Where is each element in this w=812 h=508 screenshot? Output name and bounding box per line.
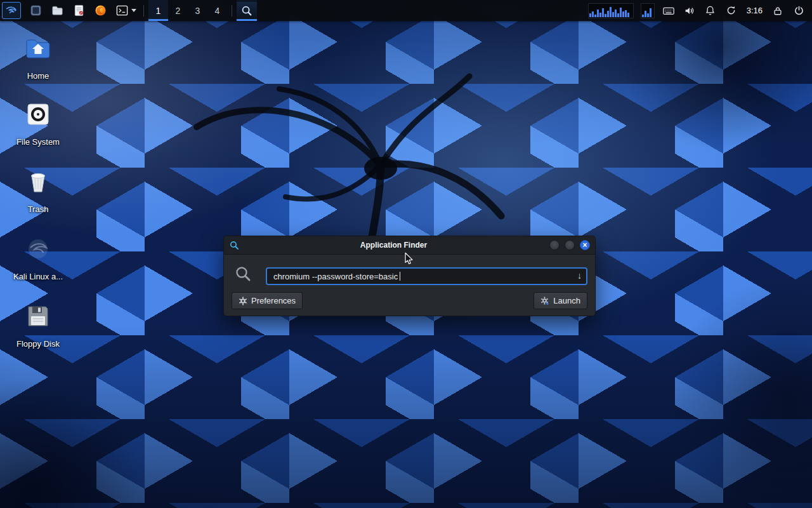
home-folder-icon	[5, 33, 71, 66]
history-dropdown-arrow-icon[interactable]: ↓	[577, 271, 582, 281]
launch-button[interactable]: Launch	[534, 292, 587, 309]
keyboard-icon[interactable]	[662, 4, 676, 18]
cpu-graph-widget[interactable]	[588, 3, 634, 18]
applications-menu-button[interactable]	[2, 2, 21, 19]
application-finder-window: Application Finder × chromium --password…	[223, 236, 596, 316]
top-panel: 1 2 3 4	[0, 0, 812, 21]
workspace-label: 3	[195, 6, 200, 16]
application-finder-icon	[229, 240, 239, 250]
desktop-icon-kali-docs[interactable]: Kali Linux a...	[5, 234, 71, 282]
firefox-icon	[94, 4, 107, 17]
maximize-button[interactable]	[565, 240, 575, 250]
close-icon: ×	[582, 241, 587, 249]
notifications-bell-icon[interactable]	[704, 4, 717, 18]
clock[interactable]: 3:16	[745, 6, 764, 15]
gear-icon	[239, 297, 247, 305]
desktop: Home File System Trash	[0, 0, 812, 508]
volume-icon[interactable]	[683, 4, 697, 18]
floppy-disk-icon	[5, 301, 71, 334]
kali-logo-icon	[5, 234, 71, 267]
workspace-switcher: 1 2 3 4	[148, 0, 227, 21]
workspace-label: 4	[215, 6, 220, 16]
search-icon	[234, 265, 252, 283]
desktop-icon-label: Floppy Disk	[16, 339, 60, 349]
window-title: Application Finder	[249, 241, 538, 250]
window-icon	[29, 4, 43, 17]
terminal-launcher[interactable]	[114, 0, 130, 21]
folder-icon	[51, 4, 64, 17]
desktop-icon-label: File System	[16, 137, 60, 147]
text-editor-icon	[72, 4, 86, 17]
launch-icon	[540, 297, 549, 305]
panel-separator	[143, 5, 144, 17]
search-icon	[240, 4, 253, 17]
preferences-button[interactable]: Preferences	[232, 292, 303, 309]
desktop-icon-floppy-disk[interactable]: Floppy Disk	[5, 301, 71, 349]
terminal-dropdown-chevron-icon[interactable]	[131, 9, 136, 12]
workspace-3[interactable]: 3	[188, 0, 207, 21]
cpu-graph-bars	[589, 4, 632, 17]
desktop-icon-label: Trash	[28, 204, 49, 214]
minimize-button[interactable]	[549, 240, 560, 250]
desktop-icon-trash[interactable]: Trash	[5, 166, 71, 215]
net-graph-widget[interactable]	[641, 3, 655, 18]
terminal-icon	[115, 4, 129, 17]
desktop-icon-label: Kali Linux a...	[13, 272, 63, 281]
search-input[interactable]: chromium --password-store=basic ↓	[266, 267, 587, 285]
desktop-icon-file-system[interactable]: File System	[5, 99, 71, 147]
workspace-2[interactable]: 2	[168, 0, 188, 21]
panel-separator	[232, 5, 232, 17]
desktop-icon-label: Home	[27, 71, 49, 81]
system-tray: 3:16	[588, 0, 812, 21]
firefox-launcher[interactable]	[92, 0, 108, 21]
workspace-4[interactable]: 4	[207, 0, 227, 21]
workspace-label: 1	[156, 6, 161, 16]
text-caret	[400, 272, 400, 281]
taskbar-application-finder-button[interactable]	[237, 0, 257, 21]
launch-button-label: Launch	[553, 296, 580, 305]
file-manager-launcher[interactable]	[49, 0, 65, 21]
kali-menu-icon	[5, 4, 18, 17]
close-button[interactable]: ×	[580, 240, 590, 250]
net-graph-bars	[642, 4, 653, 17]
preferences-button-label: Preferences	[251, 296, 296, 305]
workspace-1[interactable]: 1	[148, 0, 168, 21]
lock-icon[interactable]	[771, 4, 785, 18]
text-editor-launcher[interactable]	[70, 0, 87, 21]
desktop-icon-home[interactable]: Home	[5, 33, 71, 81]
updates-icon[interactable]	[724, 4, 738, 18]
quick-launchers	[25, 0, 139, 21]
workspace-label: 2	[176, 6, 181, 16]
window-controls: ×	[549, 240, 590, 250]
titlebar[interactable]: Application Finder ×	[224, 236, 595, 255]
search-query-text: chromium --password-store=basic	[273, 272, 398, 281]
window-launcher[interactable]	[27, 0, 44, 21]
logout-power-icon[interactable]	[792, 4, 806, 18]
trash-icon	[5, 166, 71, 199]
hard-drive-icon	[5, 99, 71, 132]
